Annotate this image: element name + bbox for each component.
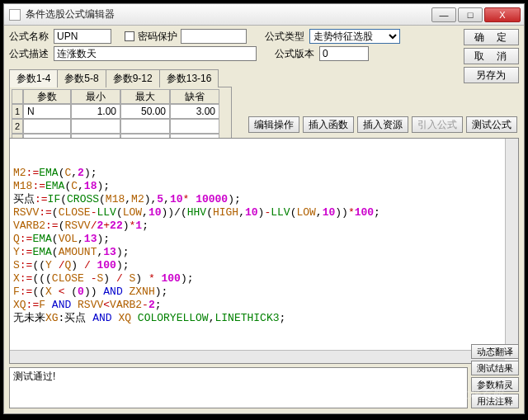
tab-params-9-12[interactable]: 参数9-12: [106, 69, 160, 87]
hdr-name: 参数: [23, 89, 71, 104]
tab-params-1-4[interactable]: 参数1-4: [9, 69, 58, 87]
code-vscroll[interactable]: [505, 139, 518, 350]
form-area: 公式名称 密码保护 公式类型 走势特征选股 公式描述 公式版本: [4, 26, 524, 65]
app-icon: [9, 9, 21, 21]
status-text: 测试通过!: [13, 370, 55, 382]
param-def-cell[interactable]: [170, 119, 219, 134]
tab-params-5-8[interactable]: 参数5-8: [57, 69, 106, 87]
test-formula-button[interactable]: 测试公式: [466, 116, 517, 133]
usage-notes-button[interactable]: 用法注释: [471, 394, 519, 408]
row-index: 2: [12, 119, 23, 134]
param-row: 1N1.0050.003.00: [12, 104, 229, 119]
code-editor[interactable]: M2:=EMA(C,2);M18:=EMA(C,18);买点:=IF(CROSS…: [9, 138, 519, 364]
tab-params-13-16[interactable]: 参数13-16: [159, 69, 219, 87]
param-max-cell[interactable]: [120, 119, 170, 134]
code-line[interactable]: X:=(((CLOSE -S) / S) * 100);: [13, 272, 515, 286]
param-name-cell[interactable]: [23, 119, 71, 134]
param-max-cell[interactable]: 50.00: [120, 104, 170, 119]
param-min-cell[interactable]: [71, 119, 120, 134]
desc-label: 公式描述: [9, 47, 50, 61]
code-line[interactable]: VARB2:=(RSVV/2+22)*1;: [13, 219, 515, 233]
code-line[interactable]: XQ:=F AND RSVV<VARB2-2;: [13, 299, 515, 312]
param-row: 2: [12, 119, 229, 134]
param-min-cell[interactable]: 1.00: [71, 104, 120, 119]
insert-res-button[interactable]: 插入资源: [357, 116, 408, 133]
edit-ops-button[interactable]: 编辑操作: [248, 116, 299, 133]
code-line[interactable]: Q:=EMA(VOL,13);: [13, 233, 515, 246]
password-label: 密码保护: [138, 30, 177, 44]
import-formula-button[interactable]: 引入公式: [412, 116, 463, 133]
name-input[interactable]: [54, 29, 111, 44]
editor-window: 条件选股公式编辑器 — □ X 公式名称 密码保护 公式类型 走势特征选股 公式…: [3, 3, 525, 414]
param-wizard-button[interactable]: 参数精灵: [471, 377, 519, 392]
code-line[interactable]: F:=((X < (0)) AND ZXNH);: [13, 286, 515, 299]
code-line[interactable]: 买点:=IF(CROSS(M18,M2),5,10* 10000);: [13, 193, 515, 206]
hdr-min: 最小: [71, 89, 120, 104]
ok-button[interactable]: 确 定: [464, 29, 519, 45]
cancel-button[interactable]: 取 消: [464, 48, 519, 64]
code-line[interactable]: M2:=EMA(C,2);: [13, 167, 515, 180]
password-checkbox[interactable]: [125, 31, 134, 41]
insert-func-button[interactable]: 插入函数: [303, 116, 354, 133]
version-label: 公式版本: [275, 47, 316, 61]
status-output[interactable]: 测试通过!: [9, 367, 468, 408]
maximize-button[interactable]: □: [458, 7, 483, 22]
window-title: 条件选股公式编辑器: [26, 7, 431, 21]
code-line[interactable]: S:=((Y /Q) / 100);: [13, 259, 515, 272]
type-label: 公式类型: [265, 30, 306, 44]
param-name-cell[interactable]: N: [23, 104, 71, 119]
code-line[interactable]: M18:=EMA(C,18);: [13, 180, 515, 193]
name-label: 公式名称: [9, 30, 50, 44]
version-input[interactable]: [319, 46, 369, 61]
param-def-cell[interactable]: 3.00: [170, 104, 219, 119]
param-corner: [12, 89, 23, 104]
type-select[interactable]: 走势特征选股: [309, 29, 400, 44]
code-line[interactable]: 无未来XG:买点 AND XQ COLORYELLOW,LINETHICK3;: [13, 312, 515, 325]
saveas-button[interactable]: 另存为: [464, 67, 519, 83]
param-tabs: 参数1-4 参数5-8 参数9-12 参数13-16: [9, 68, 524, 87]
test-result-button[interactable]: 测试结果: [471, 361, 519, 375]
code-line[interactable]: Y:=EMA(AMOUNT,13);: [13, 246, 515, 259]
hdr-max: 最大: [120, 89, 170, 104]
titlebar[interactable]: 条件选股公式编辑器 — □ X: [4, 4, 524, 26]
hdr-def: 缺省: [170, 89, 219, 104]
password-input[interactable]: [181, 29, 247, 44]
row-index: 1: [12, 104, 23, 119]
code-line[interactable]: RSVV:=(CLOSE-LLV(LOW,10))/(HHV(HIGH,10)-…: [13, 206, 515, 219]
close-button[interactable]: X: [484, 7, 521, 22]
minimize-button[interactable]: —: [431, 7, 456, 22]
code-hscroll[interactable]: [10, 350, 505, 363]
desc-input[interactable]: [54, 46, 257, 61]
dyn-translate-button[interactable]: 动态翻译: [471, 344, 519, 359]
